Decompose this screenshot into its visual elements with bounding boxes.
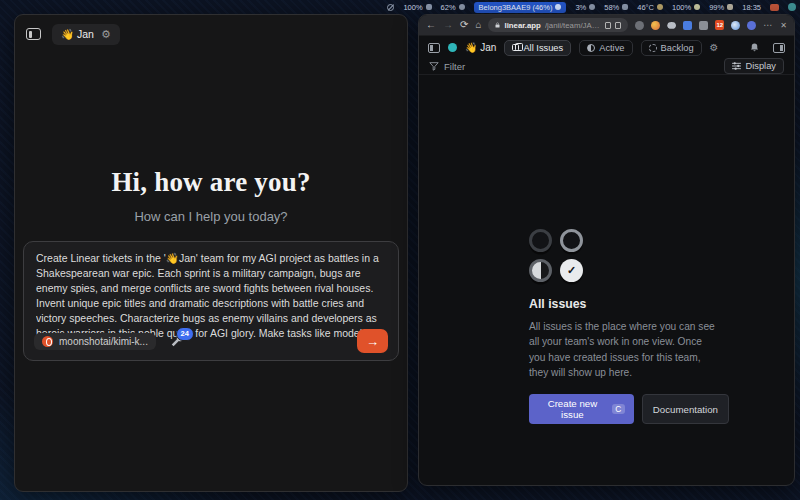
cloud-icon[interactable] (667, 21, 676, 30)
status-volume: 100% (403, 3, 431, 12)
issues-icon (512, 44, 519, 51)
gear-icon[interactable]: ⚙ (101, 29, 111, 40)
extension-badge-icon[interactable]: 12 (715, 20, 724, 30)
back-button[interactable]: ← (426, 20, 436, 30)
backlog-state-icon (529, 229, 552, 252)
extension-icon-3[interactable] (683, 21, 692, 30)
ram-icon (727, 4, 733, 10)
prompt-text[interactable]: Create Linear tickets in the '👋Jan' team… (36, 251, 386, 339)
in-progress-icon (587, 44, 595, 52)
sliders-icon (732, 62, 741, 70)
backlog-icon (649, 44, 657, 52)
filter-row: Filter Display (419, 58, 794, 75)
extension-icon-2[interactable] (651, 21, 660, 30)
send-arrow-icon: → (366, 334, 379, 349)
tab-active[interactable]: Active (579, 40, 632, 56)
jan-header: 👋 Jan ⚙ (15, 15, 407, 53)
shortcut-key: C (612, 404, 625, 414)
funnel-icon (429, 61, 439, 71)
status-network: Belong3BAAE9 (46%) (474, 2, 567, 13)
composer-toolbar: moonshotai/kimi-k... 24 → (34, 329, 388, 353)
memory-icon (622, 4, 628, 10)
tools-count-badge: 24 (176, 327, 194, 341)
lock-icon (495, 21, 500, 29)
right-panel-toggle-icon[interactable] (773, 43, 785, 53)
bell-icon[interactable] (749, 42, 760, 53)
status-ram: 99% (709, 3, 733, 12)
url-path: /janii/team/JANAPP/all (545, 21, 601, 30)
temp-icon (657, 4, 663, 10)
tools-button[interactable]: 24 (170, 334, 185, 349)
empty-state-description: All issues is the place where you can se… (529, 319, 717, 380)
greeting-subtitle: How can I help you today? (15, 209, 407, 224)
system-status-bar: 100% 62% Belong3BAAE9 (46%) 3% 58% 46°C … (0, 0, 796, 14)
empty-state-title: All issues (529, 297, 729, 311)
team-label: 👋 Jan (61, 28, 94, 41)
toolbar-overflow-button[interactable]: ⋯ (763, 20, 773, 30)
status-temp: 46°C (637, 3, 663, 12)
empty-state: ✓ All issues All issues is the place whe… (529, 229, 729, 424)
tab-backlog[interactable]: Backlog (641, 40, 702, 56)
extension-icon-5[interactable] (731, 21, 740, 30)
extension-icon-6[interactable] (747, 21, 756, 30)
done-state-icon: ✓ (560, 259, 583, 282)
status-mic: 62% (441, 3, 465, 12)
todo-state-icon (560, 229, 583, 252)
url-host: linear.app (504, 21, 540, 30)
model-selector[interactable]: moonshotai/kimi-k... (34, 333, 156, 350)
greeting-title: Hi, how are you? (15, 167, 407, 198)
home-button[interactable]: ⌂ (475, 20, 481, 30)
filter-button[interactable]: Filter (429, 61, 465, 72)
in-progress-state-icon (529, 259, 552, 282)
status-clock: 18:35 (742, 3, 761, 12)
documentation-button[interactable]: Documentation (642, 394, 729, 424)
model-provider-icon (42, 336, 53, 347)
reload-button[interactable]: ⟳ (460, 20, 468, 30)
mic-icon (459, 4, 465, 10)
linear-team-label: 👋 Jan (465, 42, 496, 53)
workspace-avatar[interactable] (448, 43, 457, 52)
browser-toolbar: ← → ⟳ ⌂ linear.app/janii/team/JANAPP/all… (419, 15, 794, 36)
display-button[interactable]: Display (724, 58, 784, 74)
extension-icon-4[interactable] (699, 21, 708, 30)
linear-sidebar-toggle-icon[interactable] (428, 43, 440, 53)
linear-header: 👋 Jan All Issues Active Backlog ⚙ (419, 39, 794, 56)
team-selector-button[interactable]: 👋 Jan ⚙ (52, 24, 120, 45)
create-new-issue-button[interactable]: Create new issue C (529, 394, 634, 424)
tab-all-issues[interactable]: All Issues (504, 40, 571, 56)
brightness-icon (694, 4, 700, 10)
address-bar[interactable]: linear.app/janii/team/JANAPP/all (488, 18, 628, 32)
do-not-disturb-icon (387, 4, 394, 11)
bookmark-icon[interactable] (605, 22, 611, 29)
model-name: moonshotai/kimi-k... (59, 336, 148, 347)
status-brightness: 100% (672, 3, 700, 12)
close-icon[interactable]: ✕ (780, 21, 787, 30)
issue-states-illustration: ✓ (529, 229, 729, 282)
status-memory: 58% (604, 3, 628, 12)
volume-icon (426, 4, 432, 10)
jan-app-window: 👋 Jan ⚙ Hi, how are you? How can I help … (14, 14, 408, 492)
browser-window: ← → ⟳ ⌂ linear.app/janii/team/JANAPP/all… (418, 14, 795, 486)
status-cpu: 3% (575, 3, 595, 12)
tray-app-icon (788, 3, 796, 11)
wifi-icon (555, 4, 561, 10)
sidebar-toggle-icon[interactable] (26, 28, 41, 40)
forward-button[interactable]: → (443, 20, 453, 30)
prompt-composer[interactable]: Create Linear tickets in the '👋Jan' team… (23, 241, 399, 361)
reader-mode-icon[interactable] (615, 22, 621, 29)
tray-camera-icon (770, 4, 779, 11)
extension-icon-1[interactable] (635, 21, 644, 30)
cpu-icon (589, 4, 595, 10)
greeting: Hi, how are you? How can I help you toda… (15, 167, 407, 224)
view-settings-icon[interactable]: ⚙ (710, 42, 719, 53)
send-button[interactable]: → (357, 329, 388, 353)
